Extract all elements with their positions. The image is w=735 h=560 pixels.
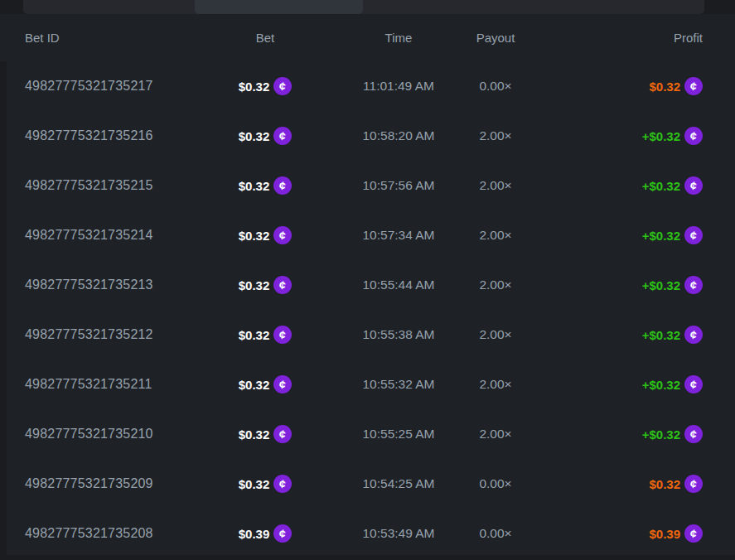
tab-bar [23,0,704,14]
bet-profit-cell: $0.32 ¢ [534,77,703,95]
table-row[interactable]: 49827775321735208 $0.39 ¢ 10:53:49 AM 0.… [7,509,735,555]
table-row[interactable]: 49827775321735213 $0.32 ¢ 10:55:44 AM 2.… [7,260,735,310]
bet-id: 49827775321735211 [25,377,191,392]
bet-amount: $0.32 [239,80,270,94]
coin-glyph: ¢ [689,80,698,92]
bet-id: 49827775321735215 [25,178,191,193]
coin-icon: ¢ [273,226,292,244]
coin-icon: ¢ [273,77,292,95]
table-row[interactable]: 49827775321735216 $0.32 ¢ 10:58:20 AM 2.… [7,111,735,161]
coin-glyph: ¢ [689,129,698,142]
table-row[interactable]: 49827775321735214 $0.32 ¢ 10:57:34 AM 2.… [7,210,735,260]
tab-segment-active[interactable] [195,0,363,14]
bet-time: 11:01:49 AM [340,79,457,94]
table-row[interactable]: 49827775321735211 $0.32 ¢ 10:55:32 AM 2.… [7,360,735,409]
bet-amount-cell: $0.32 ¢ [191,326,340,344]
coin-glyph: ¢ [278,328,287,340]
bet-time: 10:55:44 AM [340,278,457,292]
table-row[interactable]: 49827775321735210 $0.32 ¢ 10:55:25 AM 2.… [7,409,735,459]
column-header-payout: Payout [457,31,534,45]
bet-payout-multiplier: 2.00× [457,128,534,143]
coin-glyph: ¢ [689,477,698,490]
bet-id: 49827775321735214 [25,228,191,243]
coin-glyph: ¢ [689,179,698,191]
bet-time: 10:55:25 AM [340,427,457,442]
coin-icon: ¢ [273,176,292,195]
bets-table: 49827775321735217 $0.32 ¢ 11:01:49 AM 0.… [7,61,735,555]
coin-glyph: ¢ [278,278,287,291]
bet-amount-cell: $0.32 ¢ [191,276,340,294]
table-row[interactable]: 49827775321735215 $0.32 ¢ 10:57:56 AM 2.… [7,161,735,210]
coin-icon: ¢ [684,176,703,195]
coin-glyph: ¢ [689,229,698,241]
profit-amount: +$0.32 [642,129,680,143]
coin-icon: ¢ [684,524,703,543]
coin-icon: ¢ [684,425,703,443]
bet-profit-cell: +$0.32 ¢ [534,176,703,195]
bet-profit-cell: +$0.32 ¢ [534,127,703,145]
bet-payout-multiplier: 0.00× [457,79,534,94]
bet-profit-cell: $0.39 ¢ [534,524,703,543]
coin-icon: ¢ [273,276,292,294]
bet-amount: $0.39 [239,527,270,541]
bet-payout-multiplier: 0.00× [457,476,534,491]
bet-profit-cell: +$0.32 ¢ [534,425,703,443]
bet-profit-cell: +$0.32 ¢ [534,276,703,294]
coin-icon: ¢ [273,475,292,493]
coin-icon: ¢ [684,226,703,244]
table-row[interactable]: 49827775321735217 $0.32 ¢ 11:01:49 AM 0.… [7,61,735,111]
tab-segment-1[interactable] [23,0,195,14]
bet-amount: $0.32 [239,229,270,243]
coin-icon: ¢ [273,524,292,543]
bet-amount-cell: $0.32 ¢ [191,226,340,244]
bet-amount-cell: $0.32 ¢ [191,475,340,493]
coin-glyph: ¢ [689,278,698,291]
coin-glyph: ¢ [278,229,287,241]
column-header-bet: Bet [191,31,340,45]
coin-icon: ¢ [684,375,703,393]
coin-glyph: ¢ [278,427,287,440]
bet-id: 49827775321735212 [25,327,191,342]
table-row[interactable]: 49827775321735212 $0.32 ¢ 10:55:38 AM 2.… [7,310,735,360]
bet-payout-multiplier: 2.00× [457,228,534,243]
bet-time: 10:55:38 AM [340,327,457,342]
bet-amount: $0.32 [239,427,270,442]
profit-amount: +$0.32 [642,378,680,392]
column-header-time: Time [340,31,457,45]
bet-amount: $0.32 [239,179,270,193]
bet-id: 49827775321735217 [25,79,191,94]
bet-amount-cell: $0.32 ¢ [191,176,340,195]
coin-icon: ¢ [273,127,292,145]
bet-amount-cell: $0.39 ¢ [191,524,340,543]
coin-glyph: ¢ [689,527,698,539]
bet-time: 10:58:20 AM [340,128,457,143]
coin-icon: ¢ [273,375,292,393]
coin-glyph: ¢ [689,427,698,440]
bet-amount: $0.32 [239,477,270,491]
coin-glyph: ¢ [689,328,698,340]
coin-glyph: ¢ [278,378,287,390]
bet-amount-cell: $0.32 ¢ [191,77,340,95]
column-header-bet-id: Bet ID [25,31,191,45]
bet-amount-cell: $0.32 ¢ [191,375,340,393]
table-row[interactable]: 49827775321735209 $0.32 ¢ 10:54:25 AM 0.… [7,459,735,509]
bet-payout-multiplier: 0.00× [457,526,534,541]
coin-icon: ¢ [684,77,703,95]
tab-segment-2[interactable] [363,0,704,14]
coin-glyph: ¢ [278,527,287,539]
bet-amount: $0.32 [239,378,270,392]
profit-amount: $0.39 [649,527,680,541]
profit-amount: +$0.32 [642,179,680,193]
bet-profit-cell: $0.32 ¢ [534,475,703,493]
bet-payout-multiplier: 2.00× [457,278,534,292]
coin-glyph: ¢ [278,129,287,142]
coin-icon: ¢ [684,475,703,493]
bet-amount: $0.32 [239,129,270,143]
bet-time: 10:55:32 AM [340,377,457,392]
bet-amount: $0.32 [239,278,270,292]
bet-id: 49827775321735216 [25,128,191,143]
bet-time: 10:54:25 AM [340,476,457,491]
bet-profit-cell: +$0.32 ¢ [534,226,703,244]
column-header-profit: Profit [534,31,703,45]
profit-amount: +$0.32 [642,278,680,292]
